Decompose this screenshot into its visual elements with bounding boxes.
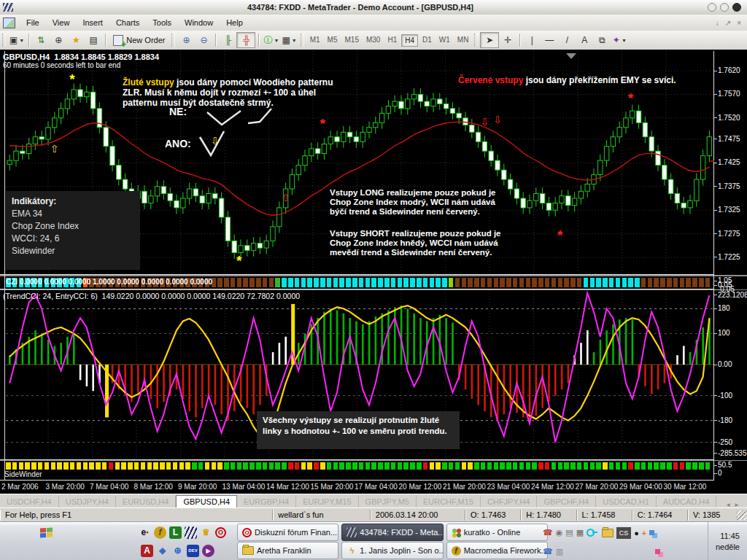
toolbar-grip[interactable] [2,34,6,47]
timeframe-m1[interactable]: M1 [307,34,323,47]
crosshair-tool-button[interactable]: ✛ [499,33,516,47]
czi-bar [398,278,403,287]
sidewinder-bar [564,462,569,470]
clock[interactable]: 11:45 neděle [708,522,740,560]
chart-tab-chfjpy[interactable]: CHFJPY,H4 [481,496,537,508]
main-chart-pane[interactable]: ⇧*⇩*⇧*⇩⇩** GBPUSD,H4 1.8834 1.8845 1.882… [0,51,713,275]
chart-tab-gbpjpy[interactable]: GBPJPY,M5 [359,496,417,508]
quicklaunch-coin-icon[interactable]: f [154,526,166,539]
sidewinder-bar [616,462,621,470]
tray-dot-icon[interactable]: ● [634,529,639,537]
menu-charts[interactable]: Charts [109,16,146,29]
new-order-button[interactable]: New Order [109,35,169,46]
market-watch-button[interactable]: ▤ [85,33,102,47]
taskbar-button[interactable]: ϟ1. Janis Joplin - Son o... [341,542,443,559]
text-label-button[interactable]: ⧉ [593,33,611,47]
child-restore-icon[interactable]: ↗ [725,19,731,27]
ano-label: ANO: [165,139,191,149]
templates-button[interactable]: ▦▼ [280,33,298,47]
zoom-in-button[interactable]: ⊕ [177,33,195,47]
quicklaunch-metatrader-icon[interactable] [185,526,197,539]
quicklaunch-dev-icon[interactable]: DEV [187,545,199,557]
tray-notes-icon[interactable]: ▥ [556,547,563,556]
quicklaunch-shield-icon[interactable]: ◆ [156,545,169,557]
wcci-pane[interactable]: (TrendCCI: 24, EntryCCI: 6) 149.0220 0.0… [0,290,713,460]
timeframe-d1[interactable]: D1 [419,34,435,47]
quicklaunch-book-icon[interactable]: L [169,526,182,539]
quicklaunch-media-icon[interactable]: ▶ [202,545,214,557]
candle-chart-button[interactable]: ╬ [236,32,255,48]
chart-tab-eurjpy[interactable]: EURJPY,M15 [296,496,358,508]
child-minimize-icon[interactable]: ↓ [716,19,719,27]
add-indicator-button[interactable]: Ⓘ▼ [262,33,280,47]
taskbar-button[interactable]: kuratko - Online [446,524,548,541]
menu-window[interactable]: Window [178,16,220,29]
tray-phone2-icon[interactable]: ☎ [543,547,553,556]
quicklaunch-opera-icon[interactable]: O [215,527,226,538]
tray-laptop-icon[interactable]: ▦ [576,528,584,537]
timeframe-w1[interactable]: W1 [436,34,453,47]
tray-network-icon[interactable] [649,530,654,535]
tray-drive-icon[interactable]: ▤ [565,528,573,537]
favorites-button[interactable]: ★ [67,33,85,47]
menu-file[interactable]: File [20,16,46,29]
trendline-button[interactable]: / [558,33,576,47]
sidewinder-pane[interactable]: SideWinder [0,461,713,481]
new-chart-button[interactable]: ▣▼ [8,33,26,47]
time-axis[interactable]: 2 Mar 20063 Mar 20:007 Mar 04:008 Mar 12… [0,481,713,494]
quicklaunch-emule-icon[interactable]: e▪ [139,526,151,539]
chart-tab-gbpchf[interactable]: GBPCHF,H4 [537,496,596,508]
tray-cubes-icon[interactable] [655,549,660,554]
chart-tab-audcad[interactable]: AUDCAD,H4 [657,496,717,508]
bar-chart-button[interactable]: ╟ [219,33,236,47]
menu-help[interactable]: Help [220,16,249,29]
chart-tab-usdcad[interactable]: USDCAD,H1 [596,496,657,508]
quicklaunch-ati-icon[interactable]: A [141,545,153,557]
tray-cross-icon[interactable]: + [642,529,646,537]
chart-tab-usdjpy[interactable]: USDJPY,H4 [59,496,116,508]
timeframe-mn[interactable]: MN [454,34,472,47]
tray-phone-icon[interactable]: ☎ [543,528,553,537]
taskbar-button[interactable]: fMacromedia Firework... [446,542,548,559]
taskbar-button[interactable]: 434784: FXDD - Meta... [341,524,443,541]
chart-tab-usdchf[interactable]: USDCHF,H4 [0,496,59,508]
price-axis[interactable]: 1.76201.75701.75201.74751.74251.73751.73… [713,51,747,481]
zoom-out-button[interactable]: ⊖ [195,33,212,47]
vertical-line-button[interactable]: | [523,33,541,47]
taskbar-button[interactable]: Aretha Franklin [237,542,338,559]
child-close-icon[interactable]: × [737,19,741,27]
clock-time: 11:45 [720,531,740,542]
horizontal-line-button[interactable]: — [541,33,558,47]
profiles-button[interactable]: ⇅ [32,33,50,47]
chart-tab-eurusd[interactable]: EURUSD,H4 [116,496,177,508]
menu-insert[interactable]: Insert [76,16,109,29]
tray-burner-icon[interactable]: ◉ [556,528,563,537]
start-button[interactable] [40,527,53,537]
shapes-button[interactable]: ✦▼ [611,33,628,47]
timeframe-h4[interactable]: H4 [401,34,418,47]
cursor-tool-button[interactable]: ➤ [480,32,499,48]
close-button[interactable] [732,3,741,12]
timeframe-m30[interactable]: M30 [363,34,383,47]
quicklaunch-crown-icon[interactable]: ♛ [200,526,212,539]
tray-folder-icon[interactable] [602,529,614,537]
maximize-button[interactable] [720,3,729,12]
taskbar-button[interactable]: ODiskuzní fórum Finan... [237,524,338,541]
tray-key-icon[interactable] [587,529,595,537]
minimize-button[interactable] [708,3,716,12]
quicklaunch-globe-icon[interactable]: ⊕ [171,545,184,557]
menu-view[interactable]: View [46,16,77,29]
sidewinder-bar [558,462,563,470]
text-button[interactable]: A [576,33,593,47]
crosshair-target-icon[interactable]: ⊕ [50,33,67,47]
chart-tab-eurchf[interactable]: EURCHF,M15 [417,496,481,508]
timeframe-m15[interactable]: M15 [342,34,362,47]
time-label: 21 Mar 20:00 [443,483,486,491]
chop-zone-index-pane[interactable]: CZI 0.0000 0.0000 0.0000 1.0000 0.0000 0… [0,276,713,289]
language-indicator[interactable]: CS [616,527,631,539]
menu-tools[interactable]: Tools [146,16,178,29]
timeframe-h1[interactable]: H1 [384,34,400,47]
chart-tab-eurgbp[interactable]: EURGBP,H4 [237,496,296,508]
resize-grip[interactable] [737,510,746,520]
timeframe-m5[interactable]: M5 [325,34,341,47]
